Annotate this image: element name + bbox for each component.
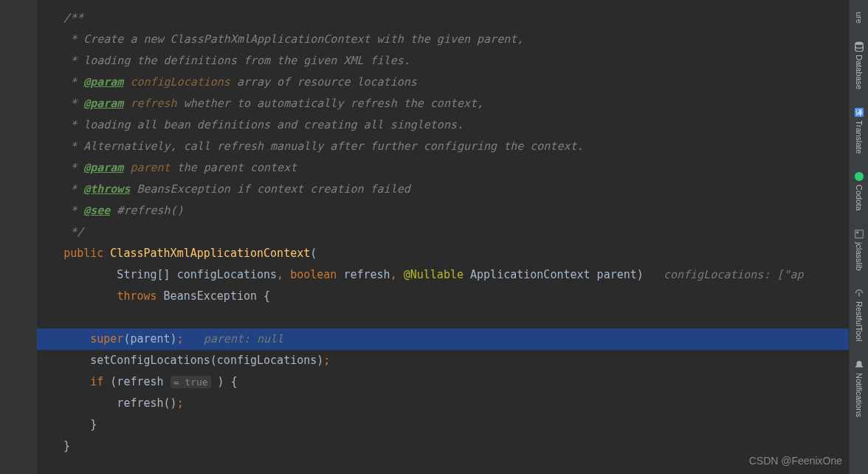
javadoc-prefix: * <box>37 97 83 110</box>
javadoc-throws-tag: @throws <box>83 182 130 196</box>
codota-icon <box>854 171 864 182</box>
brace-close: } <box>37 418 97 431</box>
svg-text:译: 译 <box>855 109 863 117</box>
javadoc-prefix: * <box>37 182 83 196</box>
throws-clause: BeansException { <box>164 289 271 303</box>
keyword-if: if <box>90 375 110 388</box>
javadoc-prefix: * <box>37 161 83 174</box>
javadoc-text: loading the definitions from the given X… <box>83 54 410 67</box>
brace-close: } <box>37 439 70 453</box>
javadoc-prefix: * <box>37 204 83 217</box>
tool-codota[interactable]: Codota <box>854 167 864 215</box>
param-refresh: refresh <box>343 268 390 281</box>
tool-label: Database <box>855 55 864 89</box>
tool-database[interactable]: Database <box>854 37 864 94</box>
indent <box>37 332 90 346</box>
tool-notifications[interactable]: Notifications <box>854 355 864 422</box>
param-string-array: String[] configLocations <box>37 268 277 281</box>
svg-point-0 <box>855 41 863 44</box>
highlighted-line[interactable]: super(parent); parent: null <box>37 329 849 350</box>
setconfiglocations-call: setConfigLocations(configLocations) <box>37 354 323 367</box>
constructor-name: ClassPathXmlApplicationContext <box>110 247 310 260</box>
svg-rect-5 <box>856 231 858 233</box>
comma: , <box>277 268 290 281</box>
javadoc-exception: BeansException <box>130 182 237 196</box>
javadoc-text: if context creation failed <box>237 182 410 196</box>
keyword-boolean: boolean <box>290 268 343 281</box>
tool-label: Notifications <box>855 373 864 417</box>
semicolon: ; <box>177 396 184 410</box>
gutter <box>0 0 37 474</box>
tool-label: Translate <box>855 120 864 154</box>
tool-label: ure <box>855 12 864 24</box>
javadoc-prefix: * <box>37 54 83 67</box>
tool-label: Codota <box>855 185 864 210</box>
tool-label: jclasslib <box>855 242 864 271</box>
if-condition: (refresh <box>110 375 170 388</box>
refresh-call: refresh() <box>37 396 177 410</box>
annotation-nullable: @Nullable <box>404 268 470 281</box>
javadoc-param-tag: @param <box>83 161 123 174</box>
translate-icon: 译 <box>854 107 864 117</box>
tool-translate[interactable]: 译 Translate <box>854 103 864 158</box>
javadoc-param-name: configLocations <box>123 75 230 89</box>
keyword-throws: throws <box>117 289 163 303</box>
code-editor[interactable]: /** * Create a new ClassPathXmlApplicati… <box>37 0 849 474</box>
javadoc-prefix: * <box>37 32 83 46</box>
javadoc-see-tag: @see <box>83 204 110 217</box>
javadoc-text: whether to automatically refresh the con… <box>177 97 483 110</box>
indent <box>37 289 117 303</box>
keyword-super: super <box>90 332 123 346</box>
jclasslib-icon <box>854 229 864 239</box>
inline-hint-true: = true <box>170 376 211 388</box>
javadoc-param-tag: @param <box>83 75 123 89</box>
indent <box>37 375 90 388</box>
javadoc-prefix: * <box>37 75 83 89</box>
javadoc-param-name: refresh <box>123 97 176 110</box>
semicolon: ; <box>323 354 330 367</box>
javadoc-end: */ <box>37 225 83 238</box>
semicolon: ; <box>177 332 184 346</box>
tool-restfultool[interactable]: RestfulTool <box>854 284 864 346</box>
tool-jclasslib[interactable]: jclasslib <box>854 224 864 275</box>
javadoc-text: array of resource locations <box>230 75 417 89</box>
database-icon <box>854 41 864 52</box>
javadoc-param-tag: @param <box>83 97 123 110</box>
paren-open: ( <box>310 247 317 260</box>
javadoc-prefix: * <box>37 118 83 131</box>
javadoc-prefix: * <box>37 140 83 153</box>
svg-point-3 <box>854 172 863 181</box>
javadoc-text: Alternatively, call refresh manually aft… <box>83 140 583 153</box>
javadoc-text: loading all bean definitions and creatin… <box>83 118 464 131</box>
right-toolbar: ure Database 译 Translate Codota jclassli… <box>849 0 868 474</box>
brace-open: ) { <box>211 375 238 388</box>
svg-rect-6 <box>858 293 860 297</box>
rest-icon <box>854 288 864 298</box>
javadoc-see-ref: #refresh() <box>110 204 183 217</box>
tool-label: RestfulTool <box>855 301 864 341</box>
javadoc-start: /** <box>37 11 83 24</box>
javadoc-text: the parent context <box>170 161 297 174</box>
inline-hint-parent: parent: null <box>184 332 283 346</box>
watermark: CSDN @FeenixOne <box>749 455 842 467</box>
javadoc-text: Create a new ClassPathXmlApplicationCont… <box>83 32 523 46</box>
svg-rect-4 <box>855 230 863 238</box>
indent <box>37 247 63 260</box>
super-call: (parent) <box>123 332 176 346</box>
comma: , <box>390 268 404 281</box>
javadoc-param-name: parent <box>123 161 170 174</box>
keyword-public: public <box>63 247 110 260</box>
inline-hint-configlocations: configLocations: ["ap <box>644 268 804 281</box>
param-parent: ApplicationContext parent) <box>470 268 644 281</box>
tool-structure[interactable]: ure <box>855 7 864 28</box>
bell-icon <box>854 360 864 370</box>
